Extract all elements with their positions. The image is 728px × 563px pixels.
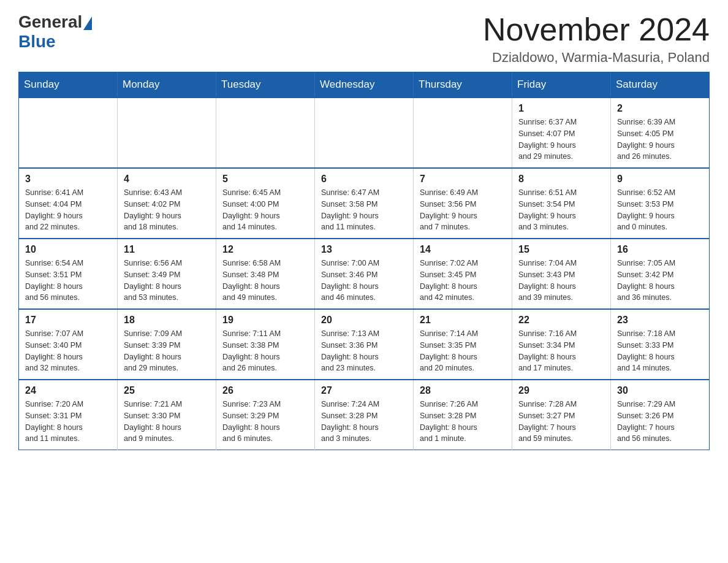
day-number: 17: [25, 315, 111, 326]
calendar-cell: 17Sunrise: 7:07 AM Sunset: 3:40 PM Dayli…: [19, 309, 118, 380]
day-number: 1: [518, 103, 604, 114]
calendar-cell: 6Sunrise: 6:47 AM Sunset: 3:58 PM Daylig…: [315, 168, 414, 239]
day-number: 25: [124, 385, 210, 396]
day-info: Sunrise: 6:45 AM Sunset: 4:00 PM Dayligh…: [222, 187, 308, 233]
logo-blue-text: Blue: [18, 32, 56, 51]
calendar-cell: 4Sunrise: 6:43 AM Sunset: 4:02 PM Daylig…: [118, 168, 216, 239]
day-info: Sunrise: 7:18 AM Sunset: 3:33 PM Dayligh…: [617, 328, 703, 374]
calendar-cell: 21Sunrise: 7:14 AM Sunset: 3:35 PM Dayli…: [414, 309, 512, 380]
day-number: 28: [420, 385, 506, 396]
day-info: Sunrise: 7:11 AM Sunset: 3:38 PM Dayligh…: [222, 328, 308, 374]
calendar-cell: [315, 98, 414, 168]
day-info: Sunrise: 7:24 AM Sunset: 3:28 PM Dayligh…: [321, 399, 407, 445]
weekday-header-sunday: Sunday: [19, 72, 118, 98]
logo-general-text: General: [18, 12, 82, 32]
calendar-cell: 22Sunrise: 7:16 AM Sunset: 3:34 PM Dayli…: [512, 309, 611, 380]
calendar-cell: 30Sunrise: 7:29 AM Sunset: 3:26 PM Dayli…: [611, 380, 710, 450]
day-info: Sunrise: 6:37 AM Sunset: 4:07 PM Dayligh…: [518, 117, 604, 163]
day-number: 11: [124, 244, 210, 255]
day-info: Sunrise: 6:58 AM Sunset: 3:48 PM Dayligh…: [222, 258, 308, 304]
day-number: 23: [617, 315, 703, 326]
day-number: 10: [25, 244, 111, 255]
logo-triangle-icon: [83, 17, 92, 30]
day-number: 24: [25, 385, 111, 396]
month-title: November 2024: [483, 12, 710, 47]
day-number: 21: [420, 315, 506, 326]
calendar-week-row: 10Sunrise: 6:54 AM Sunset: 3:51 PM Dayli…: [19, 239, 710, 309]
calendar-cell: 10Sunrise: 6:54 AM Sunset: 3:51 PM Dayli…: [19, 239, 118, 309]
day-info: Sunrise: 6:41 AM Sunset: 4:04 PM Dayligh…: [25, 187, 111, 233]
day-info: Sunrise: 7:00 AM Sunset: 3:46 PM Dayligh…: [321, 258, 407, 304]
day-info: Sunrise: 7:28 AM Sunset: 3:27 PM Dayligh…: [518, 399, 604, 445]
calendar-cell: [118, 98, 216, 168]
day-info: Sunrise: 7:07 AM Sunset: 3:40 PM Dayligh…: [25, 328, 111, 374]
calendar-cell: 13Sunrise: 7:00 AM Sunset: 3:46 PM Dayli…: [315, 239, 414, 309]
day-info: Sunrise: 7:23 AM Sunset: 3:29 PM Dayligh…: [222, 399, 308, 445]
day-info: Sunrise: 7:04 AM Sunset: 3:43 PM Dayligh…: [518, 258, 604, 304]
weekday-header-monday: Monday: [118, 72, 216, 98]
title-section: November 2024 Dzialdowo, Warmia-Masuria,…: [483, 12, 710, 66]
day-info: Sunrise: 6:49 AM Sunset: 3:56 PM Dayligh…: [420, 187, 506, 233]
day-info: Sunrise: 6:47 AM Sunset: 3:58 PM Dayligh…: [321, 187, 407, 233]
calendar-cell: 3Sunrise: 6:41 AM Sunset: 4:04 PM Daylig…: [19, 168, 118, 239]
day-number: 22: [518, 315, 604, 326]
day-number: 12: [222, 244, 308, 255]
day-info: Sunrise: 6:51 AM Sunset: 3:54 PM Dayligh…: [518, 187, 604, 233]
calendar-cell: 12Sunrise: 6:58 AM Sunset: 3:48 PM Dayli…: [216, 239, 315, 309]
calendar-table: SundayMondayTuesdayWednesdayThursdayFrid…: [18, 72, 710, 450]
calendar-cell: 7Sunrise: 6:49 AM Sunset: 3:56 PM Daylig…: [414, 168, 512, 239]
day-number: 13: [321, 244, 407, 255]
calendar-cell: 2Sunrise: 6:39 AM Sunset: 4:05 PM Daylig…: [611, 98, 710, 168]
day-info: Sunrise: 7:20 AM Sunset: 3:31 PM Dayligh…: [25, 399, 111, 445]
calendar-cell: 20Sunrise: 7:13 AM Sunset: 3:36 PM Dayli…: [315, 309, 414, 380]
day-number: 4: [124, 174, 210, 185]
calendar-cell: 27Sunrise: 7:24 AM Sunset: 3:28 PM Dayli…: [315, 380, 414, 450]
calendar-cell: [216, 98, 315, 168]
day-number: 2: [617, 103, 703, 114]
day-info: Sunrise: 7:02 AM Sunset: 3:45 PM Dayligh…: [420, 258, 506, 304]
day-number: 14: [420, 244, 506, 255]
day-number: 7: [420, 174, 506, 185]
calendar-cell: 23Sunrise: 7:18 AM Sunset: 3:33 PM Dayli…: [611, 309, 710, 380]
calendar-cell: 19Sunrise: 7:11 AM Sunset: 3:38 PM Dayli…: [216, 309, 315, 380]
day-number: 3: [25, 174, 111, 185]
calendar-cell: 5Sunrise: 6:45 AM Sunset: 4:00 PM Daylig…: [216, 168, 315, 239]
day-info: Sunrise: 7:16 AM Sunset: 3:34 PM Dayligh…: [518, 328, 604, 374]
calendar-cell: 26Sunrise: 7:23 AM Sunset: 3:29 PM Dayli…: [216, 380, 315, 450]
logo: General Blue: [18, 12, 93, 52]
calendar-cell: 11Sunrise: 6:56 AM Sunset: 3:49 PM Dayli…: [118, 239, 216, 309]
calendar-cell: [414, 98, 512, 168]
calendar-cell: 1Sunrise: 6:37 AM Sunset: 4:07 PM Daylig…: [512, 98, 611, 168]
calendar-week-row: 17Sunrise: 7:07 AM Sunset: 3:40 PM Dayli…: [19, 309, 710, 380]
day-number: 26: [222, 385, 308, 396]
weekday-header-saturday: Saturday: [611, 72, 710, 98]
location-subtitle: Dzialdowo, Warmia-Masuria, Poland: [483, 50, 710, 66]
day-number: 27: [321, 385, 407, 396]
weekday-header-thursday: Thursday: [414, 72, 512, 98]
calendar-cell: 18Sunrise: 7:09 AM Sunset: 3:39 PM Dayli…: [118, 309, 216, 380]
calendar-cell: 9Sunrise: 6:52 AM Sunset: 3:53 PM Daylig…: [611, 168, 710, 239]
weekday-header-friday: Friday: [512, 72, 611, 98]
day-number: 5: [222, 174, 308, 185]
day-info: Sunrise: 7:14 AM Sunset: 3:35 PM Dayligh…: [420, 328, 506, 374]
day-info: Sunrise: 6:39 AM Sunset: 4:05 PM Dayligh…: [617, 117, 703, 163]
day-number: 15: [518, 244, 604, 255]
day-number: 9: [617, 174, 703, 185]
weekday-header-tuesday: Tuesday: [216, 72, 315, 98]
day-number: 16: [617, 244, 703, 255]
day-number: 30: [617, 385, 703, 396]
calendar-cell: 28Sunrise: 7:26 AM Sunset: 3:28 PM Dayli…: [414, 380, 512, 450]
calendar-cell: 25Sunrise: 7:21 AM Sunset: 3:30 PM Dayli…: [118, 380, 216, 450]
day-info: Sunrise: 7:26 AM Sunset: 3:28 PM Dayligh…: [420, 399, 506, 445]
calendar-header-row: SundayMondayTuesdayWednesdayThursdayFrid…: [19, 72, 710, 98]
day-info: Sunrise: 7:09 AM Sunset: 3:39 PM Dayligh…: [124, 328, 210, 374]
calendar-cell: [19, 98, 118, 168]
day-info: Sunrise: 6:56 AM Sunset: 3:49 PM Dayligh…: [124, 258, 210, 304]
page-header: General Blue November 2024 Dzialdowo, Wa…: [18, 12, 710, 66]
day-info: Sunrise: 6:52 AM Sunset: 3:53 PM Dayligh…: [617, 187, 703, 233]
calendar-cell: 24Sunrise: 7:20 AM Sunset: 3:31 PM Dayli…: [19, 380, 118, 450]
calendar-cell: 16Sunrise: 7:05 AM Sunset: 3:42 PM Dayli…: [611, 239, 710, 309]
calendar-week-row: 1Sunrise: 6:37 AM Sunset: 4:07 PM Daylig…: [19, 98, 710, 168]
day-number: 18: [124, 315, 210, 326]
calendar-week-row: 24Sunrise: 7:20 AM Sunset: 3:31 PM Dayli…: [19, 380, 710, 450]
